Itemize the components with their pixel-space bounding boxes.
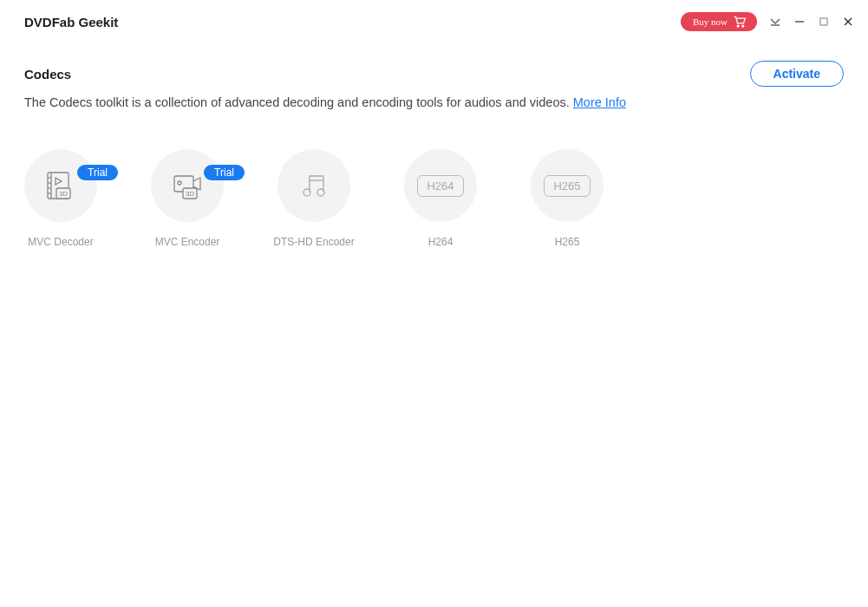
tool-h264[interactable]: H264 H264 (404, 149, 477, 248)
tool-label: MVC Encoder (155, 236, 220, 248)
svg-rect-4 (820, 18, 827, 25)
buy-now-label: Buy now (693, 16, 728, 27)
svg-text:3D: 3D (59, 190, 68, 198)
trial-badge: Trial (204, 165, 245, 180)
tool-icon-music (277, 149, 350, 222)
section-title: Codecs (24, 67, 71, 82)
tool-label: DTS-HD Encoder (273, 236, 354, 248)
titlebar: DVDFab Geekit Buy now (0, 0, 868, 38)
titlebar-controls: Buy now (681, 12, 854, 31)
svg-point-0 (737, 25, 739, 27)
cart-icon (733, 16, 747, 28)
more-info-link[interactable]: More Info (573, 95, 626, 109)
svg-point-22 (317, 189, 324, 196)
section-description: The Codecs toolkit is a collection of ad… (24, 95, 844, 109)
svg-text:3D: 3D (186, 190, 194, 198)
buy-now-button[interactable]: Buy now (681, 12, 757, 31)
tool-label: H265 (555, 236, 580, 248)
tool-mvc-encoder[interactable]: 3D Trial MVC Encoder (151, 149, 224, 248)
tool-label: MVC Decoder (28, 236, 93, 248)
main-content: Codecs Activate The Codecs toolkit is a … (0, 38, 868, 248)
svg-point-1 (742, 25, 744, 27)
svg-point-21 (303, 189, 310, 196)
description-text: The Codecs toolkit is a collection of ad… (24, 95, 573, 109)
svg-marker-13 (55, 178, 62, 185)
tool-icon-mvc-encoder: 3D Trial (151, 149, 224, 222)
tools-grid: 3D Trial MVC Decoder 3D Trial MVC Encode… (24, 149, 844, 248)
dropdown-icon[interactable] (769, 16, 781, 28)
section-header: Codecs Activate (24, 61, 844, 87)
maximize-icon[interactable] (818, 16, 830, 28)
trial-badge: Trial (77, 165, 118, 180)
tool-label: H264 (428, 236, 454, 248)
close-icon[interactable] (842, 16, 854, 28)
codec-box: H264 (417, 175, 463, 197)
svg-point-17 (178, 181, 181, 185)
minimize-icon[interactable] (793, 16, 806, 28)
tool-icon-h265: H265 (531, 149, 604, 222)
tool-dts-hd-encoder[interactable]: DTS-HD Encoder (277, 149, 350, 248)
app-title: DVDFab Geekit (24, 15, 118, 29)
activate-button[interactable]: Activate (750, 61, 844, 87)
tool-icon-mvc-decoder: 3D Trial (24, 149, 97, 222)
tool-mvc-decoder[interactable]: 3D Trial MVC Decoder (24, 149, 97, 248)
codec-box: H265 (544, 175, 590, 197)
tool-icon-h264: H264 (404, 149, 477, 222)
tool-h265[interactable]: H265 H265 (531, 149, 604, 248)
